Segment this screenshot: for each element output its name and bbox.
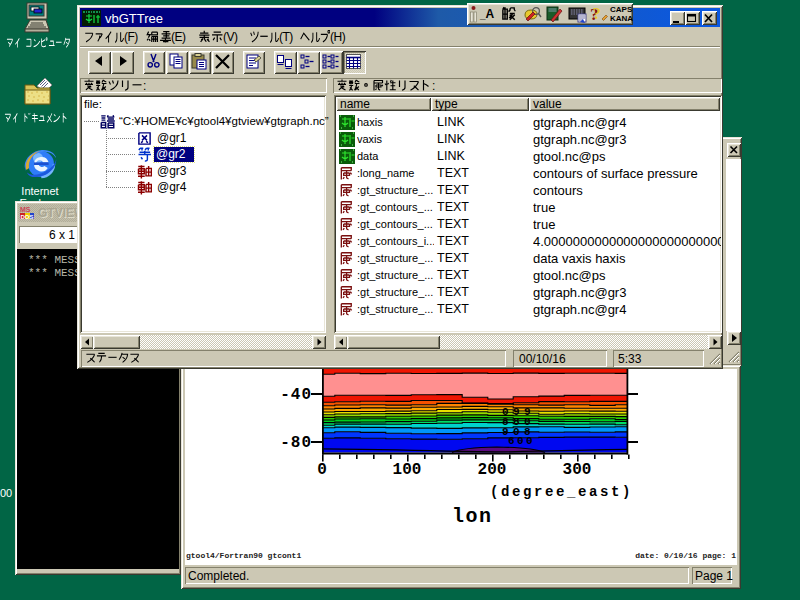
svg-text:DOS: DOS [21, 214, 34, 220]
svg-text:MS: MS [20, 206, 31, 213]
svg-text:?: ? [593, 4, 602, 23]
